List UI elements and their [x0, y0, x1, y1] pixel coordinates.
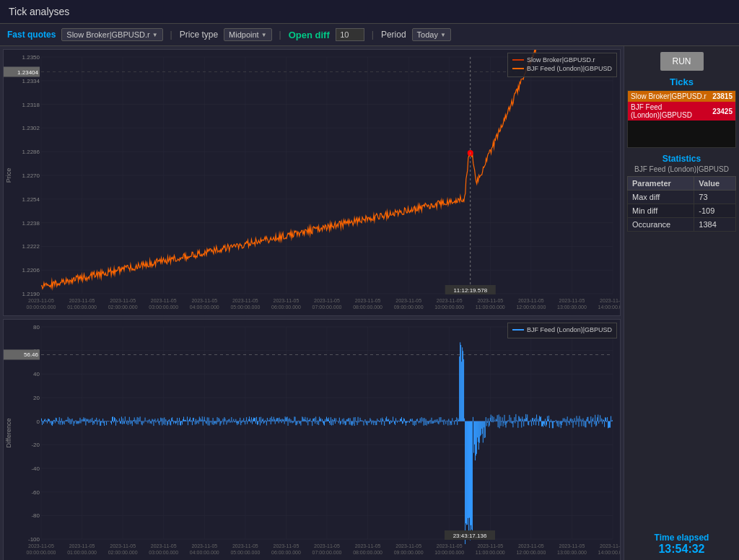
app-title: Tick analyses: [9, 6, 69, 17]
period-label: Period: [381, 30, 406, 40]
legend-bjf-diff-label: BJF Feed (London)|GBPUSD: [527, 326, 612, 333]
right-panel: RUN Ticks Slow Broker|GBPUSD.r 23815 BJF…: [624, 46, 739, 560]
title-bar: Tick analyses: [0, 0, 739, 24]
diff-chart-legend: BJF Feed (London)|GBPUSD: [507, 323, 617, 338]
open-diff-input[interactable]: [336, 28, 364, 41]
stats-header-value: Value: [694, 177, 736, 191]
tick-bjf-label: BJF Feed (London)|GBPUSD: [631, 103, 712, 119]
legend-slow-broker: Slow Broker|GBPUSD.r: [512, 56, 612, 64]
legend-slow-broker-label: Slow Broker|GBPUSD.r: [527, 56, 595, 64]
toolbar: Fast quotes Slow Broker|GBPUSD.r | Price…: [0, 24, 739, 46]
tick-slow-value: 23815: [712, 92, 733, 100]
tick-slow-broker: Slow Broker|GBPUSD.r 23815: [628, 91, 735, 102]
tick-bjf-value: 23425: [712, 108, 733, 115]
price-type-label: Price type: [180, 30, 218, 40]
ticks-box: Slow Broker|GBPUSD.r 23815 BJF Feed (Lon…: [627, 90, 736, 148]
stats-cell: 1384: [694, 218, 736, 232]
statistics-table: Parameter Value Max diff73Min diff-109Oc…: [627, 176, 736, 232]
stats-cell: Occurance: [628, 218, 694, 232]
time-elapsed-label: Time elapsed: [627, 533, 736, 543]
charts-area: Slow Broker|GBPUSD.r BJF Feed (London)|G…: [0, 46, 624, 560]
price-chart-canvas: [4, 50, 620, 315]
price-chart[interactable]: Slow Broker|GBPUSD.r BJF Feed (London)|G…: [3, 49, 621, 316]
diff-chart[interactable]: BJF Feed (London)|GBPUSD: [3, 319, 621, 560]
legend-bjf-diff-color: [512, 329, 524, 331]
legend-slow-broker-color: [512, 59, 524, 61]
stats-cell: -109: [694, 204, 736, 218]
legend-bjf-color: [512, 68, 524, 69]
separator-3: |: [372, 30, 374, 40]
period-dropdown[interactable]: Today: [412, 28, 451, 41]
tick-bjf-feed: BJF Feed (London)|GBPUSD 23425: [628, 102, 735, 121]
stats-cell: Min diff: [628, 204, 694, 218]
slow-broker-dropdown[interactable]: Slow Broker|GBPUSD.r: [61, 28, 162, 41]
midpoint-dropdown[interactable]: Midpoint: [224, 28, 272, 41]
price-chart-legend: Slow Broker|GBPUSD.r BJF Feed (London)|G…: [507, 53, 617, 77]
open-diff-label: Open diff: [289, 30, 330, 40]
stats-cell: Max diff: [628, 191, 694, 204]
stats-cell: 73: [694, 191, 736, 204]
legend-bjf-diff: BJF Feed (London)|GBPUSD: [512, 326, 612, 333]
legend-bjf: BJF Feed (London)|GBPUSD: [512, 65, 612, 72]
tick-slow-label: Slow Broker|GBPUSD.r: [631, 92, 712, 100]
separator-1: |: [170, 30, 172, 40]
stats-header-param: Parameter: [628, 177, 694, 191]
main-layout: Slow Broker|GBPUSD.r BJF Feed (London)|G…: [0, 46, 739, 560]
fast-quotes-btn[interactable]: Fast quotes: [7, 30, 56, 40]
time-elapsed-value: 13:54:32: [627, 543, 736, 556]
diff-chart-canvas: [4, 320, 620, 560]
time-elapsed-section: Time elapsed 13:54:32: [627, 527, 736, 560]
legend-bjf-label: BJF Feed (London)|GBPUSD: [527, 65, 612, 72]
stats-subtitle: BJF Feed (London)|GBPUSD: [627, 165, 736, 173]
run-button[interactable]: RUN: [660, 52, 704, 71]
statistics-title: Statistics: [627, 154, 736, 164]
separator-2: |: [279, 30, 281, 40]
ticks-title: Ticks: [627, 76, 736, 87]
